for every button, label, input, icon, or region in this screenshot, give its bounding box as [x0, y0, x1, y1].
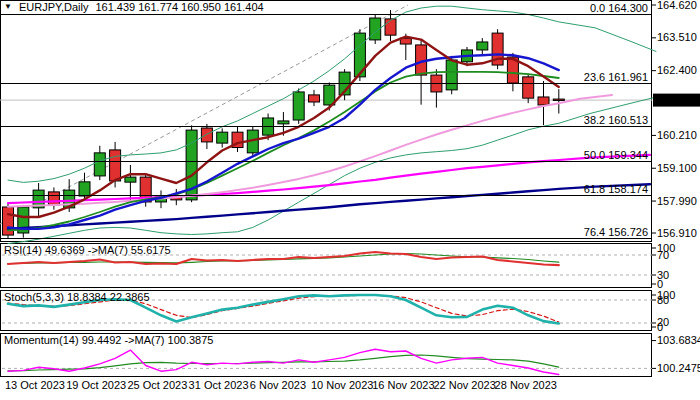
price-axis-label: 164.620: [657, 0, 697, 11]
candle-bull: [125, 177, 136, 182]
date-axis-label: 10 Nov 2023: [311, 379, 373, 391]
stoch-axis-label: 0: [657, 321, 663, 333]
fib-level-label: 38.2 160.513: [584, 114, 648, 126]
stoch-axis-label: 80: [657, 294, 669, 306]
price-axis[interactable]: 164.620163.510162.400160.210159.100157.9…: [652, 0, 700, 239]
fib-level-label: 76.4 156.726: [584, 226, 648, 238]
chart-title-bar: ▼ EURJPY,Daily 161.439 161.774 160.950 1…: [4, 1, 264, 13]
chart-canvas[interactable]: 0.0 164.30023.6 161.96138.2 160.51350.0 …: [0, 0, 700, 400]
candle-bull: [217, 132, 228, 143]
current-price-value: 161.404: [657, 94, 697, 106]
chart-dropdown-icon[interactable]: ▼: [4, 2, 12, 12]
candle-bear: [110, 150, 121, 181]
price-axis-label: 157.990: [657, 195, 697, 207]
momentum-label: Momentum(14) 99.4492 ->MA(7) 100.3875: [4, 334, 213, 346]
trading-chart-window: ▼ EURJPY,Daily 161.439 161.774 160.950 1…: [0, 0, 700, 400]
candle-bear: [309, 95, 320, 102]
candle-bear: [48, 192, 59, 205]
price-axis-label: 160.210: [657, 129, 697, 141]
fib-level-label: 50.0 159.344: [584, 149, 648, 161]
price-axis-label: 156.910: [657, 227, 697, 239]
candle-bear: [201, 128, 212, 142]
main-chart-area[interactable]: [1, 1, 652, 242]
date-axis-label: 22 Nov 2023: [433, 379, 495, 391]
date-axis-label: 6 Nov 2023: [250, 379, 306, 391]
candle-bear: [523, 77, 534, 98]
rsi-label: RSI(14) 49.6369 ->MA(7) 55.6175: [4, 244, 171, 256]
date-axis[interactable]: 13 Oct 202319 Oct 202325 Oct 202331 Oct …: [5, 379, 557, 391]
candle-bull: [446, 60, 457, 90]
candle-bull: [278, 121, 289, 124]
candle-bull: [477, 42, 488, 50]
candle-bull: [79, 182, 90, 196]
ohlc-values: 161.439 161.774 160.950 161.404: [95, 1, 263, 13]
fib-level-label: 0.0 164.300: [590, 2, 648, 14]
date-axis-label: 13 Oct 2023: [5, 379, 65, 391]
momentum-axis-label: 103.6834: [657, 334, 700, 346]
fib-level-label: 23.6 161.961: [584, 71, 648, 83]
candle-bull: [94, 153, 105, 176]
date-axis-label: 28 Nov 2023: [495, 379, 557, 391]
candle-bull: [293, 92, 304, 120]
price-axis-label: 163.510: [657, 31, 697, 43]
candle-bear: [385, 19, 396, 35]
price-axis-label: 159.100: [657, 162, 697, 174]
date-axis-label: 25 Oct 2023: [127, 379, 187, 391]
date-axis-label: 31 Oct 2023: [189, 379, 249, 391]
fib-level-label: 61.8 158.174: [584, 183, 648, 195]
candle-bear: [553, 99, 564, 100]
date-axis-label: 19 Oct 2023: [66, 379, 126, 391]
symbol-timeframe-label: EURJPY,Daily: [19, 1, 89, 13]
stoch-label: Stoch(5,3,3) 18.8384 22.3865: [4, 291, 150, 303]
momentum-axis-label: 100.2475: [657, 362, 700, 374]
date-axis-label: 16 Nov 2023: [372, 379, 434, 391]
rsi-axis-label: 70: [657, 249, 669, 261]
price-axis-label: 162.400: [657, 64, 697, 76]
candle-bear: [538, 97, 549, 105]
